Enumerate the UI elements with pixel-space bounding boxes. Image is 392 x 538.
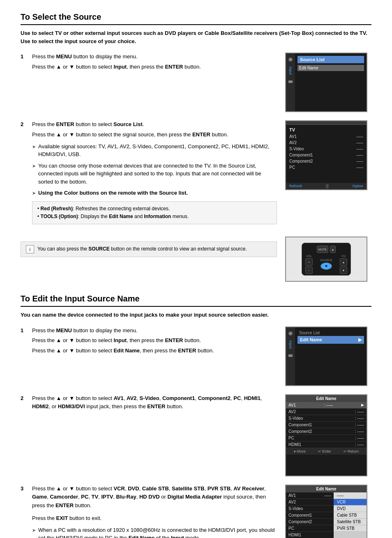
edit-row-av2: AV2 : ----- [286,409,367,415]
remote-top-row: MUTE ▲ [317,246,336,253]
step1-line1: Press the MENU button to display the men… [32,53,277,61]
opt-vcr: VCR [334,499,367,506]
tv-svideo-value: ----- [356,147,363,151]
edit-dropdown-body: AV1----- AV2 S-Video Component1 Componen… [286,492,367,538]
edit-av2-value: : ----- [355,409,364,414]
edit-row-pc: PC : ----- [286,435,367,441]
mute-btn: MUTE [317,246,328,253]
screen-edit-main: Source List Edit Name▶ [295,327,367,385]
source-label-text: SOURCE [320,259,332,262]
s2-note-text: When a PC with a resolution of 1920 x 10… [38,526,277,538]
edit-comp2-label: Component2 [288,429,312,434]
s2-step3-note: ➤ When a PC with a resolution of 1920 x … [32,526,277,538]
input-label2: Input [288,340,293,349]
arrow-right-icon: ▶ [361,403,364,407]
ch-btns: ▲ ▼ [340,258,347,274]
cam-icon2 [288,353,293,359]
footer-divider: ▒ [326,184,328,188]
section1-screenshots: Input Source List Edit Name [285,53,371,112]
edit-av1-label: AV1 [288,403,296,407]
s2-step2-content: Press the ▲ or ▼ button to select AV1, A… [32,394,277,413]
step1-line2: Press the ▲ or ▼ button to select Input,… [32,63,277,71]
tv-row-comp2: Component2 ----- [289,158,363,164]
screen-edit-list: Edit Name AV1 : ----- ▶ AV2 : ----- S-Vi [285,394,367,476]
bullet3: ➤ Using the Color buttons on the remote … [32,189,277,197]
s2-step3-screenshots: Edit Name AV1----- AV2 S-Video Component… [285,485,371,538]
page: To Select the Source Use to select TV or… [0,0,392,538]
vol-section: VOL + − [305,255,313,274]
section2-step2-row: 2 Press the ▲ or ▼ button to select AV1,… [21,394,371,476]
s2-step3-number: 3 [21,485,29,493]
bullet1-text: Available signal sources: TV, AV1, AV2, … [38,143,277,159]
dropdown-row-av2: AV2 [286,499,334,506]
section1-step1-text: 1 Press the MENU button to display the m… [21,53,285,73]
section1-title: To Select the Source [21,12,371,25]
tv-comp2-label: Component2 [289,159,313,163]
step2-line1: Press the ENTER button to select Source … [32,120,277,129]
footer-enter: ↵ Enter [318,449,331,453]
section1-step2-text: 2 Press the ENTER button to select Sourc… [21,120,285,228]
remote-screenshot-col: MUTE ▲ VOL + − [285,237,371,282]
section2-step1-text: 1 Press the MENU button to display the m… [21,326,285,357]
edit-row-comp2: Component2 : ----- [286,428,367,435]
tv-av2-label: AV2 [289,140,297,145]
gear-icon2 [288,331,293,336]
dropdown-row-comp1: Component1 [286,512,334,519]
edit-row-hdmi1: HDMI1 : ----- [286,441,367,448]
tv-row-comp1: Component1 ----- [289,152,363,158]
edit-list-rows: AV1 : ----- ▶ AV2 : ----- S-Video : ----… [286,402,367,448]
remote-mid-row: VOL + − SOURCE ⊕ CH [305,255,347,274]
cam-icon [288,79,293,85]
edit-pc-value: : ----- [355,436,364,440]
s2-step1-line3: Press the ▲ or ▼ button to select Edit N… [32,347,277,355]
edit-list-footer: ♦ Move ↵ Enter ↩ Return [286,448,367,455]
dropdown-row-pc: PC [286,525,334,532]
step1-number: 1 [21,53,29,61]
source-btn: ⊕ [321,262,332,270]
input-label: Input [288,67,293,75]
screen-edit-name-nav: Input Source List Edit Name▶ [285,326,367,386]
vol-up-btn: + [305,258,313,266]
edit-comp1-value: : ----- [355,423,364,427]
section2-intro: You can name the device connected to the… [21,311,371,319]
edit-hdmi1-label: HDMI1 [288,442,301,447]
refresh-btn: Refresh [289,184,302,188]
tv-comp1-label: Component1 [289,153,313,157]
bullet2-text: You can choose only those external devic… [38,162,277,186]
s2-step2-screenshots: Edit Name AV1 : ----- ▶ AV2 : ----- S-Vi [285,394,371,476]
ch-up-btn: ▲ [340,258,347,266]
s2-step2-text: Press the ▲ or ▼ button to select AV1, A… [32,394,277,412]
note-line2: • TOOLS (Option): Displays the Edit Name… [37,213,272,221]
tv-list-footer: Refresh ▒ Option [286,183,367,189]
s2-step1-content: Press the MENU button to display the men… [32,326,277,357]
edit-av1-value: : ----- [324,403,333,407]
s2-step3-content: Press the ▲ or ▼ button to select VCR, D… [32,485,277,538]
step2-content: Press the ENTER button to select Source … [32,120,277,228]
gear-icon [288,57,293,62]
option-btn: Option [352,184,363,188]
edit-dropdown-header: Edit Name [286,485,367,492]
info-icon: i [26,245,34,253]
section2-step3-row: 3 Press the ▲ or ▼ button to select VCR,… [21,485,371,538]
remote-body: MUTE ▲ VOL + − [302,243,351,276]
tv-av1-value: ----- [356,134,363,139]
tv-av2-value: ----- [356,140,363,145]
arrow2-icon: ➤ [32,163,36,170]
edit-svideo-value: : ----- [355,416,364,421]
edit-hdmi1-value: : ----- [355,442,364,447]
tv-header-label: TV [289,127,295,132]
screen-edit-dropdown: Edit Name AV1----- AV2 S-Video Component… [285,485,367,538]
vol-btns: + − [305,258,313,274]
section2-step1-row: 1 Press the MENU button to display the m… [21,326,371,386]
vol-down-btn: − [305,267,313,274]
info-text: i You can also press the SOURCE button o… [21,237,285,262]
ch-label: CH [341,255,346,258]
section2-step3-text: 3 Press the ▲ or ▼ button to select VCR,… [21,485,285,538]
screen-source-main: Source List Edit Name [295,53,367,111]
edit-list-header: Edit Name [286,395,367,402]
dropdown-left-list: AV1----- AV2 S-Video Component1 Componen… [286,492,334,538]
screen-tv-list: TV AV1 ----- AV2 ----- S-Video ----- [285,120,367,190]
step2-screenshots: TV AV1 ----- AV2 ----- S-Video ----- [285,120,371,190]
s2-step1-line2: Press the ▲ or ▼ button to select Input,… [32,336,277,345]
sidebar-panel: Input [286,53,295,111]
